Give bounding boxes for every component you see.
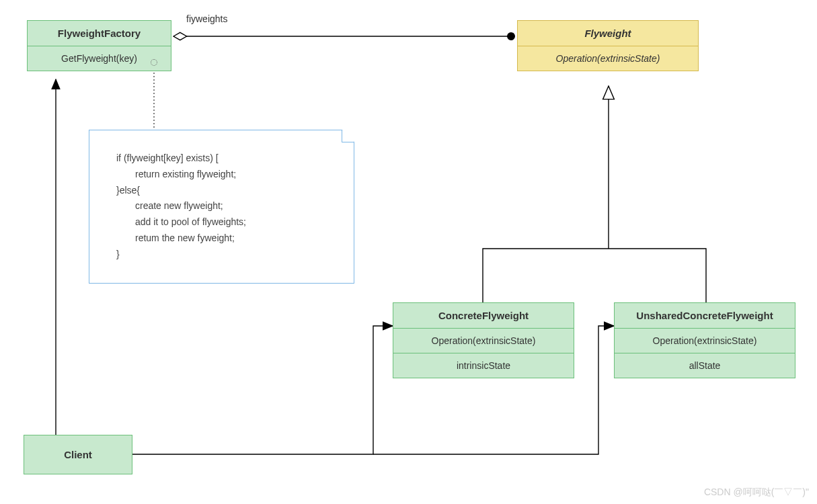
note-line: if (flyweight[key] exists) [ [116, 151, 327, 167]
note-line: return existing flyweight; [116, 167, 327, 183]
unshared-state: allState [615, 353, 795, 378]
flyweight-method: Operation(extrinsicState) [518, 46, 698, 71]
client-class: Client [24, 435, 132, 474]
unshared-concrete-flyweight-class: UnsharedConcreteFlyweight Operation(extr… [614, 302, 795, 378]
svg-point-4 [507, 32, 515, 40]
note-fold-icon [342, 130, 354, 142]
unshared-title: UnsharedConcreteFlyweight [615, 303, 795, 329]
concrete-flyweight-class: ConcreteFlyweight Operation(extrinsicSta… [393, 302, 574, 378]
note-line: }else{ [116, 183, 327, 199]
watermark: CSDN @呵呵哒(￣▽￣)" [704, 487, 809, 499]
note-line: add it to pool of flyweights; [116, 214, 327, 230]
concrete-flyweight-method: Operation(extrinsicState) [393, 329, 574, 353]
note-anchor-icon [151, 59, 157, 66]
flyweight-factory-class: FlyweightFactory GetFlyweight(key) [27, 20, 171, 71]
note-line: create new flyweight; [116, 198, 327, 214]
flyweight-factory-title: FlyweightFactory [28, 21, 171, 46]
flyweight-factory-method: GetFlyweight(key) [28, 46, 171, 71]
concrete-flyweight-title: ConcreteFlyweight [393, 303, 574, 329]
association-label: fiyweights [186, 13, 227, 24]
unshared-method: Operation(extrinsicState) [615, 329, 795, 353]
client-title: Client [64, 449, 92, 460]
note-line: } [116, 247, 327, 263]
concrete-flyweight-state: intrinsicState [393, 353, 574, 378]
note-line: retum the new fyweight; [116, 230, 327, 247]
flyweight-title: Flyweight [518, 21, 698, 46]
pseudocode-note: if (flyweight[key] exists) [ return exis… [89, 130, 354, 284]
flyweight-class: Flyweight Operation(extrinsicState) [517, 20, 699, 71]
